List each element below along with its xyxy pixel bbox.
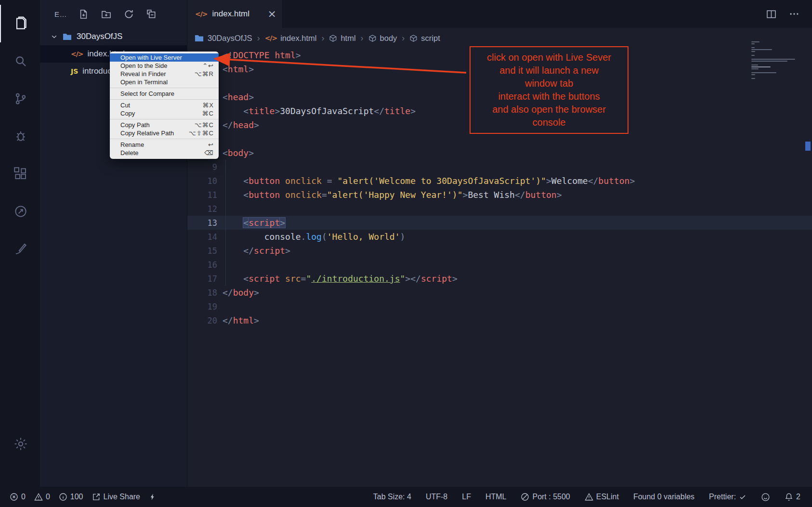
line-number[interactable]: 16	[187, 260, 217, 270]
line-number[interactable]: 20	[187, 316, 217, 325]
html-file-icon: </>	[71, 51, 83, 57]
source-control-button[interactable]	[0, 80, 40, 117]
line-number[interactable]: 12	[187, 204, 217, 214]
line-content: <head>	[217, 92, 254, 102]
menu-item-open-to-the-side[interactable]: Open to the Side⌃↩	[110, 62, 219, 70]
line-number[interactable]: 10	[187, 176, 217, 186]
annotation-line: click on open with Live Sever	[472, 51, 626, 64]
code-line-16[interactable]: 16	[187, 258, 812, 272]
line-number[interactable]: 14	[187, 232, 217, 242]
tree-item-folder[interactable]: 30DaysOfJS	[40, 28, 187, 45]
line-number[interactable]: 17	[187, 274, 217, 284]
breadcrumb-item-body[interactable]: body	[368, 34, 397, 43]
errors-status[interactable]: 0	[10, 493, 26, 501]
menu-item-copy-path[interactable]: Copy Path⌥⌘C	[110, 121, 219, 129]
bug-icon	[13, 129, 28, 143]
live-share-status[interactable]: Live Share	[92, 493, 141, 501]
menu-item-shortcut: ⌥⌘C	[195, 121, 214, 129]
breadcrumb-item-30daysofjs[interactable]: 30DaysOfJS	[194, 33, 252, 43]
more-actions-button[interactable]	[789, 9, 799, 19]
code-line-19[interactable]: 19	[187, 299, 812, 313]
feedback-status[interactable]	[761, 493, 770, 502]
code-line-13[interactable]: 13 <script>	[187, 216, 812, 230]
port-status[interactable]: Port : 5500	[521, 493, 570, 501]
line-number[interactable]: 15	[187, 246, 217, 256]
menu-item-label: Open with Live Server	[120, 54, 214, 61]
warning-icon	[585, 493, 593, 501]
menu-item-label: Open in Terminal	[120, 78, 214, 86]
menu-item-reveal-in-finder[interactable]: Reveal in Finder⌥⌘R	[110, 70, 219, 78]
status-text: Live Share	[104, 493, 141, 501]
menu-separator	[110, 139, 219, 139]
extensions-button[interactable]	[0, 155, 40, 193]
minimap[interactable]	[751, 41, 799, 79]
split-editor-button[interactable]	[766, 9, 776, 19]
tab-size-status[interactable]: Tab Size: 4	[373, 493, 411, 501]
menu-item-rename[interactable]: Rename↩	[110, 141, 219, 149]
code-line-7[interactable]: 7	[187, 132, 812, 146]
menu-item-label: Copy	[120, 110, 196, 117]
code-line-10[interactable]: 10 <button onclick = "alert('Welcome to …	[187, 174, 812, 188]
encoding-status[interactable]: UTF-8	[426, 493, 447, 501]
breadcrumb-item-script[interactable]: script	[409, 34, 440, 43]
code-line-9[interactable]: 9	[187, 160, 812, 174]
settings-button[interactable]	[0, 425, 40, 463]
live-share-button[interactable]	[0, 193, 40, 230]
code-line-17[interactable]: 17 <script src="./introduction.js"></scr…	[187, 272, 812, 286]
menu-item-copy-relative-path[interactable]: Copy Relative Path⌥⇧⌘C	[110, 129, 219, 137]
smiley-icon	[761, 493, 770, 502]
breadcrumb-item-index-html[interactable]: </>index.html	[265, 34, 317, 43]
menu-item-label: Open to the Side	[120, 62, 196, 69]
close-icon[interactable]: ×	[268, 9, 276, 19]
code-line-12[interactable]: 12	[187, 202, 812, 216]
language-status[interactable]: HTML	[485, 493, 507, 501]
line-number[interactable]: 9	[187, 162, 217, 172]
lightning-icon	[149, 493, 156, 501]
menu-item-select-for-compare[interactable]: Select for Compare	[110, 90, 219, 98]
quick-action-status[interactable]	[149, 493, 156, 501]
refresh-explorer-button[interactable]	[124, 9, 134, 19]
menu-item-copy[interactable]: Copy⌘C	[110, 109, 219, 117]
code-line-15[interactable]: 15 </script>	[187, 244, 812, 258]
search-button[interactable]	[0, 42, 40, 80]
status-text: 100	[70, 493, 83, 501]
new-file-button[interactable]	[79, 9, 89, 19]
eol-status[interactable]: LF	[462, 493, 471, 501]
line-number[interactable]: 11	[187, 190, 217, 200]
code-line-20[interactable]: 20</html>	[187, 313, 812, 327]
editor-playground-button[interactable]	[0, 230, 40, 268]
prettier-status[interactable]: Prettier:	[709, 493, 747, 501]
tab-index-html[interactable]: </> index.html ×	[187, 0, 283, 28]
menu-item-delete[interactable]: Delete⌫	[110, 149, 219, 157]
activity-bar-bottom	[0, 425, 40, 487]
code-line-11[interactable]: 11 <button onclick="alert('Happy New Yea…	[187, 188, 812, 202]
info-status[interactable]: 100	[59, 493, 83, 501]
line-number[interactable]: 13	[187, 218, 217, 228]
line-number[interactable]: 19	[187, 302, 217, 312]
search-icon	[13, 54, 28, 68]
code-line-18[interactable]: 18</body>	[187, 286, 812, 299]
menu-item-cut[interactable]: Cut⌘X	[110, 101, 219, 109]
variables-status[interactable]: Found 0 variables	[633, 493, 694, 501]
run-debug-button[interactable]	[0, 117, 40, 155]
code-line-14[interactable]: 14 console.log('Hello, World')	[187, 230, 812, 244]
line-content: <button onclick = "alert('Welcome to 30D…	[217, 176, 635, 186]
new-folder-button[interactable]	[101, 9, 111, 19]
explorer-button[interactable]	[0, 5, 40, 42]
breadcrumb-separator: ›	[402, 33, 405, 43]
line-number[interactable]: 18	[187, 288, 217, 298]
line-content: <script src="./introduction.js"></script…	[217, 273, 458, 284]
collapse-folders-button[interactable]	[146, 9, 157, 19]
share-box-icon	[92, 493, 101, 501]
status-text: 0	[46, 493, 50, 501]
folder-icon	[194, 33, 204, 43]
menu-item-open-in-terminal[interactable]: Open in Terminal	[110, 78, 219, 86]
code-line-8[interactable]: 8<body>	[187, 146, 812, 160]
eslint-status[interactable]: ESLint	[585, 493, 619, 501]
breadcrumb-label: index.html	[280, 34, 316, 43]
status-bar: 00100Live Share Tab Size: 4UTF-8LFHTMLPo…	[0, 487, 812, 507]
notifications-status[interactable]: 2	[785, 493, 800, 501]
warnings-status[interactable]: 0	[34, 493, 50, 501]
breadcrumb-item-html[interactable]: html	[329, 34, 355, 43]
menu-item-open-with-live-server[interactable]: Open with Live Server	[110, 53, 219, 62]
